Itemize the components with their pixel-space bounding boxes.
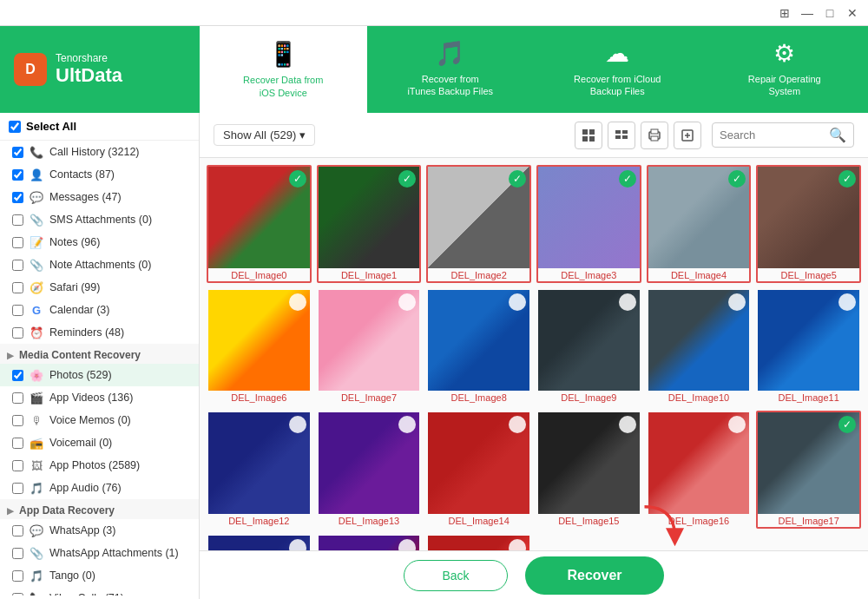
cb-contacts[interactable] [12, 169, 23, 181]
sidebar-item-calendar[interactable]: G Calendar (3) [0, 299, 199, 321]
image-cell[interactable]: DEL_Image7 [317, 288, 422, 406]
cb-messages[interactable] [12, 192, 23, 203]
back-button[interactable]: Back [404, 560, 508, 591]
show-all-dropdown[interactable]: Show All (529) ▾ [214, 124, 315, 146]
select-all-header[interactable]: Select All [0, 113, 199, 141]
image-checkbox[interactable]: ✓ [619, 170, 636, 188]
cb-app-photos[interactable] [12, 460, 23, 471]
search-box[interactable]: 🔍 [712, 122, 854, 148]
image-checkbox[interactable]: ✓ [838, 170, 856, 188]
cb-safari[interactable] [12, 282, 23, 293]
image-checkbox[interactable] [289, 539, 306, 550]
close-btn[interactable]: ✕ [844, 4, 861, 22]
sidebar-item-voice-memos[interactable]: 🎙 Voice Memos (0) [0, 409, 199, 431]
image-checkbox[interactable] [619, 416, 636, 433]
cb-app-videos[interactable] [12, 392, 23, 404]
image-cell[interactable]: DEL_Image16 [647, 411, 752, 529]
grid-btn[interactable]: ⊞ [776, 4, 793, 22]
image-cell[interactable]: ✓ DEL_Image4 [647, 165, 752, 283]
sidebar-item-viber-calls[interactable]: 📞 Viber Calls (71) [0, 587, 199, 596]
sidebar-item-photos[interactable]: 🌸 Photos (529) [0, 364, 199, 386]
cb-reminders[interactable] [12, 327, 23, 339]
image-cell[interactable]: ✓ DEL_Image1 [317, 165, 422, 283]
image-cell[interactable]: DEL_Image9 [536, 288, 641, 406]
image-cell[interactable]: DEL_Image12 [207, 411, 312, 529]
whatsapp-attach-label: WhatsApp Attachments (1) [49, 547, 179, 559]
image-cell[interactable]: ✓ DEL_Image2 [426, 165, 531, 283]
select-all-checkbox[interactable] [9, 121, 21, 133]
cb-voice-memos[interactable] [12, 415, 23, 426]
contacts-label: Contacts (87) [49, 168, 115, 181]
maximize-btn[interactable]: □ [821, 4, 838, 22]
sidebar-item-app-audio[interactable]: 🎵 App Audio (76) [0, 477, 199, 499]
cb-photos[interactable] [12, 370, 23, 381]
sidebar-item-tango[interactable]: 🎵 Tango (0) [0, 564, 199, 587]
tab-repair[interactable]: ⚙ Repair OperatingSystem [701, 26, 869, 113]
print-btn[interactable] [641, 122, 668, 149]
image-checkbox[interactable] [838, 293, 856, 311]
app-videos-label: App Videos (136) [49, 392, 133, 404]
ios-icon: 📱 [268, 40, 299, 69]
sidebar-item-safari[interactable]: 🧭 Safari (99) [0, 276, 199, 299]
sidebar-item-app-videos[interactable]: 🎬 App Videos (136) [0, 386, 199, 409]
sidebar-item-call-history[interactable]: 📞 Call History (3212) [0, 141, 199, 163]
image-checkbox[interactable] [289, 416, 306, 433]
list-view-btn[interactable] [608, 122, 635, 149]
nav-tabs: 📱 Recover Data fromiOS Device 🎵 Recover … [200, 26, 868, 113]
minimize-btn[interactable]: — [799, 4, 816, 22]
cb-calendar[interactable] [12, 305, 23, 316]
tab-icloud[interactable]: ☁ Recover from iCloudBackup Files [534, 26, 701, 113]
tab-ios[interactable]: 📱 Recover Data fromiOS Device [200, 26, 367, 113]
cb-call-history[interactable] [12, 147, 23, 158]
image-checkbox[interactable] [509, 539, 526, 550]
sidebar-item-voicemail[interactable]: 📻 Voicemail (0) [0, 431, 199, 454]
cb-note-attachments[interactable] [12, 260, 23, 271]
cb-voicemail[interactable] [12, 438, 23, 449]
sidebar-item-whatsapp[interactable]: 💬 WhatsApp (3) [0, 519, 199, 542]
image-checkbox[interactable] [398, 293, 416, 311]
sidebar-item-reminders[interactable]: ⏰ Reminders (48) [0, 321, 199, 344]
cb-sms-attachments[interactable] [12, 214, 23, 226]
image-cell[interactable]: DEL_Image11 [756, 288, 861, 406]
image-cell[interactable]: DEL_Image6 [207, 288, 312, 406]
grid-view-btn[interactable] [575, 122, 602, 149]
sidebar-item-sms-attachments[interactable]: 📎 SMS Attachments (0) [0, 208, 199, 231]
tab-itunes[interactable]: 🎵 Recover fromiTunes Backup Files [367, 26, 535, 113]
app-section-header[interactable]: ▶ App Data Recovery [0, 499, 199, 519]
sidebar-scroll: 📞 Call History (3212) 👤 Contacts (87) 💬 … [0, 141, 199, 596]
image-checkbox[interactable] [509, 293, 526, 311]
image-cell[interactable]: ✓ DEL_Image5 [756, 165, 861, 283]
search-input[interactable] [720, 128, 824, 142]
image-cell[interactable]: DEL_Image13 [317, 411, 422, 529]
cb-whatsapp[interactable] [12, 525, 23, 536]
image-cell[interactable]: DEL_Image20 [426, 534, 531, 550]
cb-tango[interactable] [12, 570, 23, 582]
sidebar-item-app-photos[interactable]: 🖼 App Photos (2589) [0, 454, 199, 477]
cb-viber-calls[interactable] [12, 593, 23, 596]
image-cell[interactable]: DEL_Image15 [536, 411, 641, 529]
image-cell[interactable]: DEL_Image19 [317, 534, 422, 550]
image-cell[interactable]: DEL_Image18 [207, 534, 312, 550]
sidebar-item-whatsapp-attach[interactable]: 📎 WhatsApp Attachments (1) [0, 542, 199, 564]
cb-notes[interactable] [12, 237, 23, 248]
image-cell[interactable]: DEL_Image8 [426, 288, 531, 406]
export-btn[interactable] [674, 122, 701, 149]
image-cell[interactable]: ✓ DEL_Image3 [536, 165, 641, 283]
media-section-header[interactable]: ▶ Media Content Recovery [0, 344, 199, 364]
sidebar-item-messages[interactable]: 💬 Messages (47) [0, 186, 199, 208]
image-cell[interactable]: ✓ DEL_Image17 [756, 411, 861, 529]
image-checkbox[interactable] [619, 293, 636, 311]
sidebar-item-notes[interactable]: 📝 Notes (96) [0, 231, 199, 253]
image-checkbox[interactable] [289, 293, 306, 311]
cb-app-audio[interactable] [12, 483, 23, 494]
image-checkbox[interactable] [728, 293, 746, 311]
recover-button[interactable]: Recover [525, 556, 664, 595]
sidebar-item-contacts[interactable]: 👤 Contacts (87) [0, 163, 199, 186]
image-cell[interactable]: DEL_Image14 [426, 411, 531, 529]
image-cell[interactable]: DEL_Image10 [647, 288, 752, 406]
cb-whatsapp-attach[interactable] [12, 548, 23, 559]
image-cell[interactable]: ✓ DEL_Image0 [207, 165, 312, 283]
image-checkbox[interactable]: ✓ [509, 170, 526, 188]
sidebar-item-note-attachments[interactable]: 📎 Note Attachments (0) [0, 253, 199, 276]
image-checkbox[interactable]: ✓ [289, 170, 306, 188]
